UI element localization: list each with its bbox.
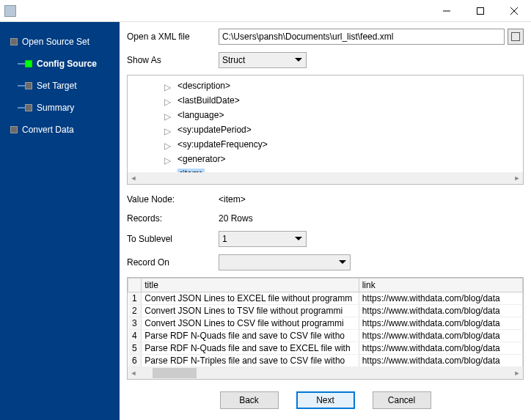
- maximize-button[interactable]: [464, 0, 497, 22]
- xml-tree-view[interactable]: ▷<description>▷<lastBuildDate>▷<language…: [127, 75, 524, 185]
- next-button[interactable]: Next: [296, 391, 355, 409]
- row-number: 1: [128, 292, 142, 305]
- cell-link: https://www.withdata.com/blog/data: [359, 292, 522, 305]
- cell-link: https://www.withdata.com/blog/data: [359, 305, 522, 317]
- row-number: 5: [128, 342, 142, 355]
- table-row[interactable]: 3Convert JSON Lines to CSV file without …: [128, 317, 523, 330]
- table-row[interactable]: 1Convert JSON Lines to EXCEL file withou…: [128, 292, 523, 305]
- step-marker-icon: [10, 126, 18, 133]
- cell-title: Parse RDF N-Quads file and save to CSV f…: [142, 330, 359, 342]
- cell-title: Parse RDF N-Triples file and save to CSV…: [142, 355, 359, 367]
- app-icon: [4, 5, 16, 17]
- xml-node-label: <lastBuildDate>: [177, 95, 240, 106]
- value-node-value: <item>: [219, 194, 246, 205]
- content-panel: Open a XML file Show As Struct ▷<descrip…: [120, 22, 531, 420]
- records-value: 20 Rows: [219, 213, 253, 224]
- table-row[interactable]: 4Parse RDF N-Quads file and save to CSV …: [128, 330, 523, 342]
- sublevel-select[interactable]: 1: [219, 231, 307, 247]
- row-number: 2: [128, 305, 142, 317]
- cell-title: Parse RDF N-Quads file and save to EXCEL…: [142, 342, 359, 355]
- table-header-rownum[interactable]: [128, 279, 142, 292]
- step-marker-icon: [25, 60, 32, 67]
- cell-link: https://www.withdata.com/blog/data: [359, 355, 522, 367]
- sidebar-label: Summary: [37, 103, 74, 113]
- xml-tree-node[interactable]: ▷<generator>: [128, 152, 523, 166]
- table-header-title[interactable]: title: [142, 279, 359, 292]
- expand-icon[interactable]: ▷: [164, 141, 172, 148]
- sidebar-item-convert-data[interactable]: Convert Data: [0, 119, 120, 141]
- xml-tree-node[interactable]: ▷<lastBuildDate>: [128, 93, 523, 108]
- sidebar: Open Source Set Config Source Set Target…: [0, 22, 120, 420]
- value-node-label: Value Node:: [127, 194, 219, 205]
- horizontal-scrollbar[interactable]: ◄ ►: [128, 172, 523, 184]
- sublevel-label: To Sublevel: [127, 234, 219, 244]
- table-row[interactable]: 6Parse RDF N-Triples file and save to CS…: [128, 355, 523, 367]
- sidebar-item-config-source[interactable]: Config Source: [0, 53, 120, 75]
- show-as-label: Show As: [127, 55, 219, 65]
- records-table[interactable]: title link 1Convert JSON Lines to EXCEL …: [127, 277, 524, 380]
- expand-icon[interactable]: ▷: [164, 97, 172, 104]
- cancel-button[interactable]: Cancel: [373, 391, 431, 409]
- xml-tree-node[interactable]: ▷<sy:updateFrequency>: [128, 137, 523, 152]
- expand-icon[interactable]: ▷: [164, 155, 172, 163]
- scroll-right-icon[interactable]: ►: [511, 367, 523, 379]
- titlebar: [0, 0, 531, 22]
- cell-title: Convert JSON Lines to CSV file without p…: [142, 317, 359, 330]
- show-as-select[interactable]: Struct: [219, 52, 307, 68]
- xml-node-label: <description>: [177, 81, 230, 91]
- table-header-link[interactable]: link: [359, 279, 522, 292]
- sidebar-label: Config Source: [37, 59, 97, 69]
- back-button[interactable]: Back: [220, 391, 279, 409]
- step-marker-icon: [25, 82, 32, 89]
- xml-node-label: <sy:updateFrequency>: [177, 139, 268, 150]
- xml-tree-node[interactable]: ▷<description>: [128, 78, 523, 93]
- row-number: 3: [128, 317, 142, 330]
- sidebar-item-open-source-set[interactable]: Open Source Set: [0, 31, 120, 53]
- file-path-input[interactable]: [219, 29, 505, 45]
- sidebar-item-summary[interactable]: Summary: [0, 97, 120, 119]
- xml-node-label: <sy:updatePeriod>: [177, 125, 252, 135]
- scroll-left-icon[interactable]: ◄: [128, 172, 139, 184]
- table-row[interactable]: 2Convert JSON Lines to TSV file without …: [128, 305, 523, 317]
- records-label: Records:: [127, 213, 219, 224]
- browse-icon: [511, 32, 520, 41]
- cell-title: Convert JSON Lines to EXCEL file without…: [142, 292, 359, 305]
- expand-icon[interactable]: ▷: [164, 111, 172, 119]
- browse-button[interactable]: [508, 29, 524, 45]
- row-number: 4: [128, 330, 142, 342]
- minimize-button[interactable]: [430, 0, 464, 22]
- table-horizontal-scrollbar[interactable]: ◄ ►: [128, 367, 523, 379]
- expand-icon[interactable]: ▷: [164, 126, 172, 133]
- scroll-right-icon[interactable]: ►: [511, 172, 523, 184]
- cell-link: https://www.withdata.com/blog/data: [359, 317, 522, 330]
- xml-tree-node[interactable]: ▷<sy:updatePeriod>: [128, 122, 523, 137]
- sidebar-label: Set Target: [37, 81, 76, 91]
- cell-link: https://www.withdata.com/blog/data: [359, 342, 522, 355]
- record-on-select[interactable]: [219, 254, 351, 270]
- sidebar-label: Open Source Set: [22, 37, 89, 47]
- xml-tree-node[interactable]: ▷<language>: [128, 108, 523, 122]
- cell-title: Convert JSON Lines to TSV file without p…: [142, 305, 359, 317]
- open-file-label: Open a XML file: [127, 32, 219, 42]
- xml-node-label: <language>: [177, 110, 224, 120]
- close-button[interactable]: [497, 0, 531, 22]
- row-number: 6: [128, 355, 142, 367]
- record-on-label: Record On: [127, 257, 219, 268]
- cell-link: https://www.withdata.com/blog/data: [359, 330, 522, 342]
- xml-node-label: <generator>: [177, 154, 225, 164]
- svg-rect-1: [477, 7, 484, 14]
- step-marker-icon: [10, 38, 18, 45]
- scroll-thumb[interactable]: [153, 368, 197, 378]
- scroll-left-icon[interactable]: ◄: [128, 367, 139, 379]
- sidebar-item-set-target[interactable]: Set Target: [0, 75, 120, 97]
- table-row[interactable]: 5Parse RDF N-Quads file and save to EXCE…: [128, 342, 523, 355]
- expand-icon[interactable]: ▷: [164, 82, 172, 89]
- step-marker-icon: [25, 104, 32, 111]
- sidebar-label: Convert Data: [22, 125, 74, 135]
